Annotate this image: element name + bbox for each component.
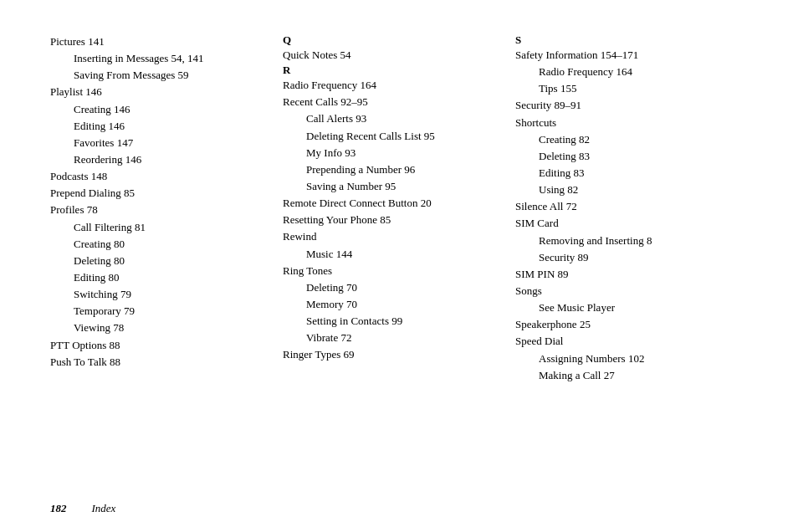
- main-entry: Push To Talk 88: [50, 354, 266, 371]
- main-entry: PTT Options 88: [50, 337, 266, 354]
- sub-entry: Call Alerts 93: [283, 110, 499, 127]
- main-entry: Podcasts 148: [50, 168, 266, 185]
- sub-entry: Setting in Contacts 99: [283, 313, 499, 330]
- sub-entry: Temporary 79: [50, 303, 266, 320]
- main-entry: Safety Information 154–171: [515, 47, 731, 64]
- main-entry: Security 89–91: [515, 97, 731, 114]
- sub-entry: Call Filtering 81: [50, 219, 266, 236]
- sub-entry: Assigning Numbers 102: [515, 350, 731, 367]
- page-number: 182: [50, 502, 67, 515]
- sub-entry: Prepending a Number 96: [283, 161, 499, 178]
- sub-entry: Security 89: [515, 249, 731, 266]
- sub-entry: Tips 155: [515, 80, 731, 97]
- sub-entry: Creating 82: [515, 131, 731, 148]
- main-entry: Ring Tones: [283, 263, 499, 279]
- sub-entry: Radio Frequency 164: [515, 64, 731, 80]
- sub-entry: Editing 80: [50, 269, 266, 286]
- sub-entry: Music 144: [283, 246, 499, 263]
- sub-entry: Saving a Number 95: [283, 178, 499, 195]
- column-2: QQuick Notes 54RRadio Frequency 164Recen…: [283, 33, 515, 448]
- sub-entry: Vibrate 72: [283, 330, 499, 346]
- sub-entry: Viewing 78: [50, 320, 266, 336]
- page: Pictures 141Inserting in Messages 54, 14…: [0, 0, 798, 532]
- column-1: Pictures 141Inserting in Messages 54, 14…: [50, 33, 283, 448]
- sub-entry: Removing and Inserting 8: [515, 233, 731, 249]
- main-entry: SIM Card: [515, 215, 731, 232]
- sub-entry: Deleting 70: [283, 279, 499, 296]
- sub-entry: Creating 146: [50, 101, 266, 118]
- main-entry: Speakerphone 25: [515, 316, 731, 333]
- main-entry: Recent Calls 92–95: [283, 94, 499, 110]
- footer-label: Index: [92, 502, 116, 515]
- sub-entry: Switching 79: [50, 286, 266, 303]
- column-3: SSafety Information 154–171Radio Frequen…: [515, 33, 748, 448]
- sub-entry: My Info 93: [283, 145, 499, 161]
- main-entry: Prepend Dialing 85: [50, 185, 266, 202]
- main-entry: Radio Frequency 164: [283, 77, 499, 94]
- sub-entry: Editing 83: [515, 165, 731, 182]
- sub-entry: Favorites 147: [50, 135, 266, 151]
- main-entry: Ringer Types 69: [283, 346, 499, 363]
- main-entry: Rewind: [283, 228, 499, 245]
- sub-entry: Creating 80: [50, 236, 266, 253]
- main-entry: Silence All 72: [515, 198, 731, 215]
- main-entry: Songs: [515, 283, 731, 299]
- content-area: Pictures 141Inserting in Messages 54, 14…: [50, 33, 748, 448]
- footer: 182 Index: [50, 502, 748, 515]
- main-entry: Shortcuts: [515, 115, 731, 131]
- main-entry: Pictures 141: [50, 33, 266, 50]
- sub-entry: Editing 146: [50, 118, 266, 135]
- sub-entry: Deleting Recent Calls List 95: [283, 128, 499, 145]
- sub-entry: Memory 70: [283, 296, 499, 313]
- section-letter-S: S: [515, 33, 521, 46]
- sub-entry: Deleting 80: [50, 253, 266, 269]
- main-entry: Playlist 146: [50, 84, 266, 100]
- sub-entry: Using 82: [515, 182, 731, 198]
- sub-entry: See Music Player: [515, 299, 731, 316]
- main-entry: Remote Direct Connect Button 20: [283, 195, 499, 212]
- section-letter-Q: Q: [283, 33, 291, 46]
- sub-entry: Reordering 146: [50, 151, 266, 168]
- sub-entry: Making a Call 27: [515, 367, 731, 384]
- main-entry: Profiles 78: [50, 202, 266, 218]
- sub-entry: Deleting 83: [515, 148, 731, 165]
- main-entry: SIM PIN 89: [515, 266, 731, 283]
- section-letter-R: R: [283, 64, 290, 76]
- main-entry: Quick Notes 54: [283, 47, 499, 64]
- sub-entry: Saving From Messages 59: [50, 67, 266, 84]
- main-entry: Resetting Your Phone 85: [283, 212, 499, 228]
- sub-entry: Inserting in Messages 54, 141: [50, 50, 266, 67]
- main-entry: Speed Dial: [515, 333, 731, 350]
